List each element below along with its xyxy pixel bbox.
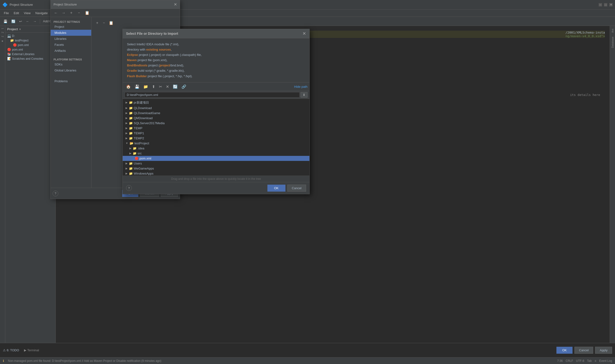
bottom-ok-button[interactable]: OK bbox=[556, 347, 573, 354]
fc-tree-item-12[interactable]: ▶ 📁 Users bbox=[123, 161, 309, 166]
drive-icon: 💻 bbox=[7, 34, 11, 38]
ps-nav-global-libraries[interactable]: Global Libraries bbox=[51, 67, 91, 73]
side-icon-1[interactable]: 1 bbox=[1, 27, 5, 30]
fc-tree-item-7[interactable]: ▶ 📁 TEMP2 bbox=[123, 136, 309, 141]
toolbar-save-button[interactable]: 💾 bbox=[2, 18, 9, 24]
menu-edit[interactable]: Edit bbox=[12, 11, 21, 15]
fc-desc-bold-eclipse: Eclipse bbox=[127, 53, 138, 57]
fc-folder-icon-3: 📁 bbox=[129, 116, 133, 120]
event-log-label[interactable]: Event Log bbox=[599, 359, 612, 363]
menu-view[interactable]: View bbox=[22, 11, 32, 15]
fc-path-download-button[interactable]: ⬇ bbox=[301, 92, 307, 98]
tree-item-external-libs[interactable]: 📚 External Libraries bbox=[5, 52, 55, 56]
toolbar-back-button[interactable]: ← bbox=[25, 18, 31, 24]
side-icon-z[interactable]: Z bbox=[1, 31, 5, 34]
tree-item-d[interactable]: 💻 D: bbox=[5, 34, 55, 38]
fc-close-button[interactable]: ✕ bbox=[302, 31, 306, 36]
todo-label: 6: TODO bbox=[7, 348, 19, 352]
fc-arrow-6: ▶ bbox=[125, 132, 127, 135]
fc-tree-item-1[interactable]: ▶ 📁 QLDownload bbox=[123, 105, 309, 111]
fc-desc-line1: Select IntelliJ IDEA module file (*.iml)… bbox=[127, 42, 179, 46]
fc-arrow-10: ▶ bbox=[129, 152, 131, 155]
status-encoding[interactable]: UTF-8 bbox=[576, 359, 584, 363]
fc-tree-item-9[interactable]: ▶ 📁 .idea bbox=[123, 146, 309, 151]
fc-desc-bold-existing: existing sources bbox=[146, 48, 171, 51]
fc-refresh-button[interactable]: 🔄 bbox=[171, 84, 179, 90]
status-tab[interactable]: Tab bbox=[587, 359, 592, 363]
tree-pomxml-root-label: pom.xml bbox=[12, 48, 23, 51]
fc-desc-bold-project: project bbox=[160, 64, 170, 67]
fc-hide-path-button[interactable]: Hide path bbox=[294, 85, 307, 89]
fc-tree-item-11[interactable]: 🔴 pom.xml bbox=[123, 156, 309, 161]
fc-cancel-button[interactable]: Cancel bbox=[287, 185, 306, 192]
status-crlf[interactable]: CRLF bbox=[566, 359, 573, 363]
title-bar-text: Project Structure bbox=[10, 3, 33, 6]
fc-desc-bold-bnd: Bnd/Bndtools bbox=[127, 64, 147, 67]
ps-nav-sdks[interactable]: SDKs bbox=[51, 61, 91, 67]
toolbar-undo-button[interactable]: ↩ bbox=[18, 18, 24, 24]
right-sidebar: Ant Database bbox=[610, 26, 615, 343]
bottom-apply-button[interactable]: Apply bbox=[595, 347, 612, 354]
terminal-icon: ▶ bbox=[24, 348, 27, 352]
fc-tree-item-8[interactable]: ▼ 📂 testProject bbox=[123, 141, 309, 146]
fc-folder-icon-2: 📁 bbox=[129, 111, 133, 115]
minimize-button[interactable]: ─ bbox=[599, 3, 602, 6]
fc-tree-item-13[interactable]: ▶ 📁 WeGameApps bbox=[123, 166, 309, 171]
ps-nav-artifacts[interactable]: Artifacts bbox=[51, 48, 91, 54]
fc-clear-button[interactable]: ✕ bbox=[164, 84, 170, 90]
project-dropdown-icon[interactable]: ▼ bbox=[19, 28, 21, 31]
fc-arrow-3: ▶ bbox=[125, 117, 127, 120]
close-window-button[interactable]: ✕ bbox=[609, 3, 613, 6]
fc-folder-icon-6: 📁 bbox=[129, 131, 133, 135]
toolbar-sync-button[interactable]: 🔄 bbox=[10, 18, 17, 24]
fc-cut-button[interactable]: ✂ bbox=[157, 84, 164, 90]
tree-item-pomxml[interactable]: 🔴 pom.xml bbox=[5, 43, 55, 47]
fc-tree-item-2[interactable]: ▶ 📁 QLDownloadGame bbox=[123, 111, 309, 116]
fc-tree-item-4[interactable]: ▶ 📁 SQLServer2017Media bbox=[123, 121, 309, 126]
fc-link-button[interactable]: 🔗 bbox=[180, 84, 188, 90]
bottom-tab-terminal[interactable]: ▶ Terminal bbox=[24, 348, 39, 352]
toolbar-separator bbox=[40, 19, 40, 24]
fc-save-button[interactable]: 💾 bbox=[133, 84, 141, 90]
fc-desc-line2a: directory with bbox=[127, 48, 146, 51]
fc-path-input[interactable] bbox=[124, 92, 300, 98]
tree-item-scratches[interactable]: 📝 Scratches and Consoles bbox=[5, 56, 55, 61]
bottom-cancel-button[interactable]: Cancel bbox=[574, 347, 593, 354]
toolbar-forward-button[interactable]: → bbox=[32, 18, 38, 24]
fc-folder-icon-5: 📁 bbox=[129, 126, 133, 130]
fc-up-button[interactable]: ⬆ bbox=[150, 84, 156, 90]
tree-item-testproject[interactable]: 📁 testProject bbox=[5, 38, 55, 43]
fc-tree-item-10[interactable]: ▶ 📁 src bbox=[123, 151, 309, 156]
ps-help-button[interactable]: ? bbox=[53, 191, 58, 196]
bottom-tab-todo[interactable]: ⚠ 6: TODO bbox=[3, 348, 19, 352]
right-tab-database[interactable]: Database bbox=[610, 35, 615, 50]
fc-help-button[interactable]: ? bbox=[126, 185, 132, 191]
side-icon-fav[interactable]: ★ bbox=[0, 39, 5, 44]
fc-tree-item-3[interactable]: ▶ 📁 QMDownload bbox=[123, 116, 309, 121]
side-icon-2[interactable]: 2 bbox=[1, 35, 5, 38]
fc-tree-item-14[interactable]: ▶ 📁 WindowsApps bbox=[123, 171, 309, 176]
fc-tree-item-5[interactable]: ▶ 📁 TEMP bbox=[123, 126, 309, 131]
tree-item-pomxml-root[interactable]: 🔴 pom.xml bbox=[5, 47, 55, 52]
status-bar: ℹ Non-managed pom.xml file found: D:\tes… bbox=[0, 357, 615, 364]
maximize-button[interactable]: □ bbox=[604, 3, 607, 6]
status-indent[interactable]: ≡ bbox=[595, 359, 596, 363]
menu-navigate[interactable]: Navigate bbox=[33, 11, 49, 15]
fc-new-folder-button[interactable]: 📁 bbox=[142, 84, 150, 90]
fc-home-button[interactable]: 🏠 bbox=[124, 84, 132, 90]
fc-arrow-0: ▶ bbox=[125, 101, 127, 104]
ps-nav-libraries[interactable]: Libraries bbox=[51, 36, 91, 42]
ps-nav-project[interactable]: Project bbox=[51, 26, 91, 30]
fc-tree-item-0[interactable]: ▶ 📁 pr新建项目 bbox=[123, 100, 309, 105]
ps-nav-problems[interactable]: Problems bbox=[51, 78, 91, 84]
tree-testproject-label: testProject bbox=[15, 39, 28, 42]
fc-tree-item-6[interactable]: ▶ 📁 TEMP1 bbox=[123, 131, 309, 136]
fc-folder-icon-13: 📁 bbox=[129, 167, 133, 170]
ps-sidebar: Project Settings Project Modules Librari… bbox=[51, 26, 92, 188]
ps-nav-modules[interactable]: Modules bbox=[51, 30, 91, 36]
menu-file[interactable]: File bbox=[2, 11, 11, 15]
right-tab-ant[interactable]: Ant bbox=[610, 27, 615, 35]
ps-nav-facets[interactable]: Facets bbox=[51, 42, 91, 48]
fc-item-label-3: QMDownload bbox=[134, 116, 153, 120]
fc-ok-button[interactable]: OK bbox=[267, 185, 286, 192]
